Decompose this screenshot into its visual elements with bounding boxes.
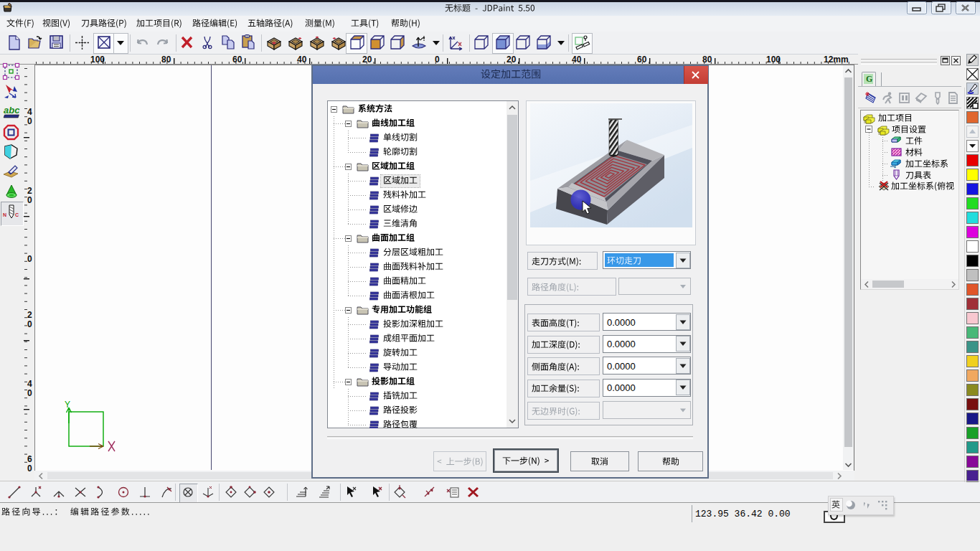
svg-text:abc: abc [4,105,20,116]
svg-text:C: C [15,212,19,217]
svg-text:Y: Y [65,400,70,410]
svg-text:N: N [3,212,6,217]
